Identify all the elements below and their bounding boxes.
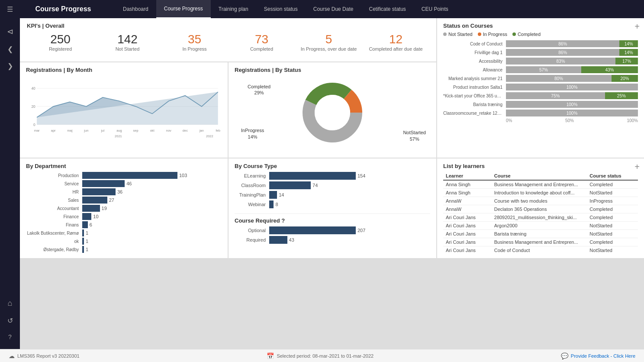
learner-row[interactable]: AnnaWCourse with two modulesInProgress — [443, 197, 638, 205]
nav-certificate-status[interactable]: Cetificate status — [361, 0, 413, 18]
legend-completed: Completed — [512, 32, 541, 37]
help-icon[interactable]: ? — [8, 333, 12, 340]
reg-by-status: Registrations | By Status Co — [229, 62, 436, 158]
learner-row[interactable]: Anna SinghBusiness Management and Entrep… — [443, 180, 638, 189]
completed-label: Completed29% — [248, 84, 270, 96]
learner-row[interactable]: Ari Couri JansCode of ConductNotStarted — [443, 246, 638, 255]
learner-row[interactable]: Ari Couri Jans28092021_mulitisession_thi… — [443, 213, 638, 222]
home-icon[interactable]: ⌂ — [8, 299, 13, 308]
kpi-title: KPI's | Overall — [27, 23, 429, 29]
learner-row[interactable]: AnnaWDeclaton 365 OperationsCompleted — [443, 205, 638, 213]
dept-bar-row: Østergade, Rødby1 — [26, 246, 222, 253]
col-status: Course status — [587, 172, 638, 180]
svg-text:sep: sep — [133, 129, 138, 133]
sidebar: ⊲ ❮ ❯ ⌂ ↺ ? — [0, 18, 20, 349]
kpi-section: KPI's | Overall 250 Registered 142 Not S… — [20, 18, 436, 61]
svg-text:20: 20 — [31, 104, 35, 109]
reg-month-title: Registrations | By Month — [26, 67, 222, 73]
chevron-right-icon[interactable]: ❯ — [7, 62, 13, 70]
course-type-bar-row: Webinar8 — [235, 200, 430, 208]
dept-bar-row: Sales27 — [26, 197, 222, 204]
status-courses: + Status on Courses Not Started In Progr… — [437, 18, 644, 158]
kpi-registered: 250 Registered — [27, 32, 94, 52]
svg-point-23 — [315, 95, 350, 130]
course-req-bar-row: Optional207 — [235, 226, 430, 234]
footer-cloud-icon: ☁ — [9, 352, 15, 359]
dept-bar-row: Accountant19 — [26, 205, 222, 212]
learner-row[interactable]: Anna SinghIntroduction to knowledge abou… — [443, 189, 638, 197]
kpi-in-progress-overdue: 5 In Progress, over due date — [295, 32, 362, 52]
svg-text:feb: feb — [216, 129, 220, 133]
reg-status-title: Registrations | By Status — [235, 67, 430, 73]
svg-text:okt: okt — [150, 129, 155, 133]
refresh-icon[interactable]: ↺ — [7, 317, 13, 325]
learner-row[interactable]: Ari Couri JansBarista træningNotStarted — [443, 230, 638, 238]
legend-in-progress: In Progress — [478, 32, 507, 37]
course-required-title: Course Required ? — [235, 217, 430, 224]
svg-text:jun: jun — [84, 129, 88, 133]
nav-dashboard[interactable]: Dashboard — [115, 0, 156, 18]
list-by-learners: + List by learners Learner Course Course… — [437, 158, 644, 258]
dept-bar-row: Finance10 — [26, 213, 222, 220]
svg-text:40: 40 — [31, 86, 35, 90]
nav-course-due-date[interactable]: Course Due Date — [306, 0, 361, 18]
dept-bar-row: Lakolk Butikscenter, Rømø1 — [26, 229, 222, 236]
svg-text:0: 0 — [33, 123, 35, 127]
col-learner: Learner — [443, 172, 492, 180]
course-req-bar-row: Required43 — [235, 236, 430, 244]
course-bar-row: *Kick-start your Office 365 usage75%25% — [443, 92, 638, 99]
learner-row[interactable]: Ari Couri JansArgon2000NotStarted — [443, 222, 638, 230]
footer: ☁ LMS365 Report v3 20220301 📅 Selected p… — [0, 349, 644, 362]
dept-bar-row: Finans6 — [26, 221, 222, 228]
line-chart: 40 20 0 mar apr maj jun jul aug sep okt … — [26, 75, 222, 151]
kpi-completed: 73 Completed — [228, 32, 295, 52]
svg-text:jan: jan — [199, 129, 204, 133]
inprogress-label: InProgress14% — [241, 127, 264, 140]
svg-text:2022: 2022 — [206, 134, 213, 138]
course-type-bar-row: ClassRoom74 — [235, 181, 430, 189]
course-type-bar-row: TrainingPlan14 — [235, 191, 430, 199]
nav-ceu-points[interactable]: CEU Points — [414, 0, 456, 18]
add-learners-button[interactable]: + — [634, 162, 640, 172]
donut-chart — [289, 75, 376, 151]
top-nav: Dashboard Course Progress Training plan … — [115, 0, 456, 18]
course-bar-row: Product instruction Salta1100% — [443, 84, 638, 90]
nav-course-progress[interactable]: Course Progress — [156, 0, 211, 18]
footer-feedback[interactable]: Provide Feedback - Click Here — [571, 353, 635, 359]
dept-bar-row: Production103 — [26, 172, 222, 179]
kpi-in-progress: 35 In Progress — [161, 32, 228, 52]
nav-training-plan[interactable]: Training plan — [211, 0, 256, 18]
svg-text:nov: nov — [166, 129, 171, 133]
footer-feedback-icon: 💬 — [561, 352, 568, 359]
course-bar-row: Allowance57%43% — [443, 66, 638, 73]
learner-row[interactable]: Ari Couri JansBusiness Management and En… — [443, 238, 638, 246]
svg-text:2021: 2021 — [115, 134, 122, 138]
svg-text:apr: apr — [51, 129, 56, 133]
svg-text:jul: jul — [101, 129, 105, 133]
course-type-bar-row: ELearning154 — [235, 172, 430, 180]
filter-icon[interactable]: ⊲ — [7, 27, 13, 36]
by-course-type-title: By Course Type — [235, 163, 430, 169]
course-bar-row: Frivillige dag 186%14% — [443, 49, 638, 56]
chevron-left-icon[interactable]: ❮ — [7, 45, 13, 53]
status-courses-title: Status on Courses — [443, 23, 638, 29]
reg-by-month: Registrations | By Month 40 20 0 mar apr — [20, 62, 228, 158]
nav-session-status[interactable]: Session status — [256, 0, 306, 18]
menu-icon[interactable]: ☰ — [7, 5, 13, 13]
notstarted-label: NotStarted57% — [403, 129, 426, 142]
learners-title: List by learners — [443, 163, 638, 169]
course-bar-row: Code of Conduct86%14% — [443, 40, 638, 47]
dept-bar-row: HR36 — [26, 188, 222, 195]
footer-calendar-icon: 📅 — [267, 352, 274, 359]
svg-text:dec: dec — [183, 129, 188, 133]
course-bar-row: Classroomcourse_retake 120420...100% — [443, 110, 638, 116]
footer-version: LMS365 Report v3 20220301 — [17, 353, 80, 359]
by-department: By Department Production103Service46HR36… — [20, 158, 228, 258]
svg-text:maj: maj — [67, 129, 72, 133]
col-course: Course — [492, 172, 587, 180]
learners-table: Learner Course Course status Anna SinghB… — [443, 172, 638, 254]
page-title: Course Progress — [20, 5, 106, 13]
course-bar-row: Barista træning100% — [443, 101, 638, 108]
add-status-button[interactable]: + — [634, 22, 640, 32]
legend-not-started: Not Started — [443, 32, 473, 37]
